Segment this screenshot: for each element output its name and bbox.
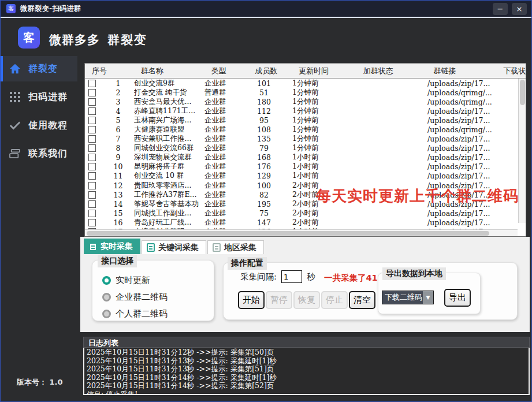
group-table: 序号群名称类型成员数更新时间加群状态群链接下载状态 1创业交流9群企业群1011… <box>84 63 526 237</box>
column-header[interactable]: 序号 <box>85 66 134 76</box>
column-header[interactable]: 成员数 <box>248 66 292 76</box>
table-row: 8同城创业交流66群企业群791分钟前/uploads/zip/17... <box>85 144 526 153</box>
row-checkbox[interactable] <box>88 89 96 96</box>
log-line: 2025年10月15日11时31分14秒 ->>提示: 采集延时[1]秒 <box>87 374 526 382</box>
log-list[interactable]: 2025年10月15日11时31分12秒 ->>提示: 采集第[50]页2025… <box>83 348 530 395</box>
log-line: 2025年10月15日11时31分12秒 ->>提示: 采集第[50]页 <box>87 348 526 357</box>
row-checkbox[interactable] <box>88 163 96 170</box>
cell-link: /uploads/zip/17... <box>427 116 497 125</box>
column-header[interactable]: 更新时间 <box>292 66 356 76</box>
column-header[interactable]: 下载状态 <box>496 66 526 76</box>
cell-seq: 5 <box>102 116 134 125</box>
title-bar[interactable]: 客 微群裂变-扫码进群 − × <box>1 1 531 18</box>
column-header[interactable]: 群名称 <box>134 66 204 76</box>
cell-type: 企业群 <box>204 79 248 88</box>
radio-icon[interactable] <box>102 276 111 285</box>
cell-seq: 13 <box>102 191 134 199</box>
radio-option-1[interactable]: 实时更新 <box>102 275 210 286</box>
horizontal-scrollbar[interactable] <box>85 229 518 236</box>
row-checkbox[interactable] <box>88 182 96 189</box>
action-button[interactable]: 开始 <box>238 291 265 309</box>
export-button[interactable]: 导出 <box>444 289 471 307</box>
sidebar-item-label: 群裂变 <box>28 63 58 75</box>
sidebar-item-3[interactable]: 使用教程 <box>1 113 77 138</box>
radio-option-3[interactable]: 个人群二维码 <box>102 308 210 319</box>
cell-group-name: 西安兼职工作推... <box>134 134 204 144</box>
cell-group-name: 打金交流 纯干货 <box>134 88 204 98</box>
radio-icon[interactable] <box>102 293 111 302</box>
sidebar-item-1[interactable]: 群裂变 <box>1 56 77 81</box>
row-checkbox[interactable] <box>88 210 96 217</box>
row-checkbox[interactable] <box>88 107 96 115</box>
cell-group-name: 同城找工作副业... <box>134 209 204 218</box>
action-button[interactable]: 清空 <box>349 291 375 309</box>
table-row: 9深圳宠物展交流群企业群1681小时前/uploads/zip/17... <box>85 153 526 162</box>
radio-icon[interactable] <box>102 310 111 318</box>
document-icon <box>89 243 97 251</box>
minimize-button[interactable]: − <box>493 3 508 15</box>
chevron-down-icon[interactable]: ▼ <box>423 291 433 304</box>
column-header[interactable]: 群链接 <box>426 66 496 76</box>
row-checkbox[interactable] <box>88 80 96 87</box>
log-line: 2025年10月15日11时31分13秒 ->>提示: 采集延时[1]秒 <box>87 357 526 366</box>
cell-seq: 16 <box>102 218 134 227</box>
cell-members: 112 <box>248 107 292 116</box>
column-header[interactable]: 加群状态 <box>356 66 427 76</box>
radio-option-2[interactable]: 企业群二维码 <box>102 292 210 303</box>
cell-updated: 1分钟前 <box>292 106 357 116</box>
cell-updated: 1分钟前 <box>292 88 357 98</box>
vertical-scrollbar[interactable] <box>518 79 526 223</box>
cell-type: 企业群 <box>204 125 248 135</box>
tab-3[interactable]: 地区采集 <box>207 240 264 254</box>
interval-input[interactable] <box>281 270 302 283</box>
cell-updated: 1小时前 <box>292 162 357 172</box>
table-row: 1创业交流9群企业群1011分钟前/uploads/zip/17... <box>85 79 526 88</box>
interval-row: 采集间隔: 秒 <box>240 270 315 283</box>
cell-type: 企业群 <box>204 97 248 107</box>
cell-updated: 2小时前 <box>292 190 357 200</box>
cell-seq: 7 <box>102 135 134 143</box>
tab-1[interactable]: 实时采集 <box>84 239 140 254</box>
export-type-dropdown[interactable]: 下载二维码 ▼ <box>382 291 434 304</box>
cell-link: /uploads/zip/17... <box>427 79 497 88</box>
cell-members: 195 <box>248 200 292 209</box>
sidebar-item-2[interactable]: 扫码进群 <box>1 84 77 110</box>
horizontal-scrollbar-thumb[interactable] <box>87 231 489 236</box>
row-checkbox[interactable] <box>88 191 96 199</box>
export-box-title: 导出数据到本地 <box>382 267 446 280</box>
row-checkbox[interactable] <box>88 135 96 143</box>
sidebar-item-label: 使用教程 <box>28 120 68 132</box>
cell-link: /uploads/qrimg/... <box>427 88 497 97</box>
cell-type: 企业群 <box>204 209 248 218</box>
cell-seq: 8 <box>102 144 134 152</box>
cell-seq: 4 <box>102 107 134 116</box>
table-row: 15同城找工作副业...企业群752小时前/uploads/zip/17... <box>85 209 526 218</box>
interval-label: 采集间隔: <box>240 271 277 282</box>
row-checkbox[interactable] <box>88 154 96 161</box>
cell-group-name: 深圳宠物展交流群 <box>134 152 204 162</box>
cell-members: 100 <box>248 181 292 190</box>
cell-members: 101 <box>248 79 292 88</box>
cell-seq: 6 <box>102 125 134 134</box>
cell-type: 企业群 <box>204 152 248 162</box>
row-checkbox[interactable] <box>88 144 96 152</box>
row-checkbox[interactable] <box>88 117 96 124</box>
cell-group-name: 玉林南兴广场海... <box>134 116 204 125</box>
cell-seq: 2 <box>102 88 134 97</box>
sidebar-item-4[interactable]: 联系我们 <box>1 141 77 166</box>
column-header[interactable]: 类型 <box>204 66 248 76</box>
close-button[interactable]: × <box>512 3 527 15</box>
row-checkbox[interactable] <box>88 200 96 208</box>
row-checkbox[interactable] <box>88 126 96 133</box>
vertical-scrollbar-thumb[interactable] <box>520 80 525 105</box>
cell-link: /uploads/zip/17... <box>427 107 497 116</box>
log-line: 2025年10月15日11时31分13秒 ->>提示: 采集第[51]页 <box>87 365 526 374</box>
row-checkbox[interactable] <box>88 219 96 226</box>
cell-link: /uploads/qrimg/... <box>427 98 497 106</box>
tab-2[interactable]: 关键词采集 <box>142 240 206 254</box>
row-checkbox[interactable] <box>88 172 96 180</box>
table-row: 16青岛好玩工厂线...企业群1472小时前/uploads/zip/17... <box>85 218 526 227</box>
sidebar-item-label: 扫码进群 <box>28 91 68 103</box>
brand-name: 微群多多 <box>49 32 100 48</box>
row-checkbox[interactable] <box>88 98 96 106</box>
